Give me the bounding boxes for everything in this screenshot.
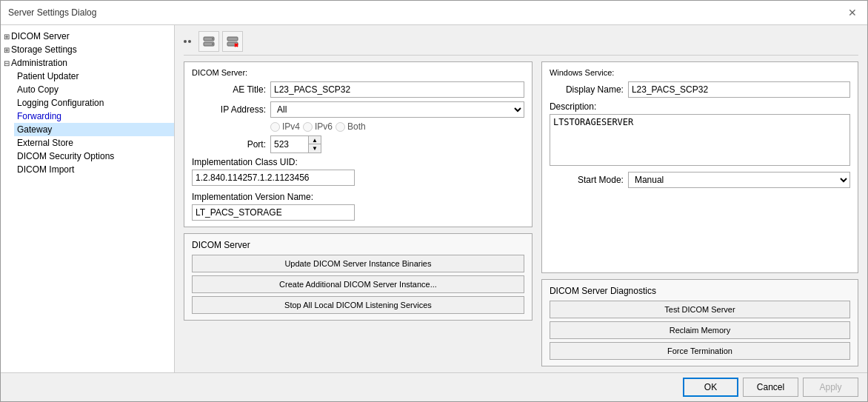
sidebar-item-label: External Store <box>17 138 73 148</box>
ip-address-label: IP Address: <box>192 104 266 115</box>
impl-class-uid-input[interactable] <box>192 170 355 186</box>
svg-point-2 <box>212 38 213 40</box>
delete-icon <box>225 34 240 49</box>
start-mode-row: Start Mode: Manual Automatic Disabled <box>550 172 850 188</box>
title-bar: Server Settings Dialog ✕ <box>1 1 867 25</box>
sidebar-item-logging-configuration[interactable]: Logging Configuration <box>14 96 174 110</box>
toolbar-delete-icon-btn[interactable] <box>222 31 243 52</box>
ipv4-radio-label[interactable]: IPv4 <box>270 121 300 132</box>
dicom-server-actions-section: DICOM Server Update DICOM Server Instanc… <box>184 233 533 321</box>
footer: OK Cancel Apply <box>1 372 867 401</box>
port-label: Port: <box>192 139 266 150</box>
ok-button[interactable]: OK <box>683 378 738 397</box>
right-panel: Windows Service: Display Name: Descripti… <box>541 61 858 366</box>
port-input[interactable] <box>271 136 308 153</box>
both-radio-label[interactable]: Both <box>335 121 366 132</box>
sidebar-item-patient-updater[interactable]: Patient Updater <box>14 70 174 83</box>
toolbar-server-icon-btn[interactable] <box>198 31 219 52</box>
sidebar-item-label: Auto Copy <box>17 84 59 95</box>
cancel-button[interactable]: Cancel <box>743 378 798 397</box>
sidebar-item-dicom-import[interactable]: DICOM Import <box>14 163 174 176</box>
description-label: Description: <box>550 101 850 112</box>
display-name-row: Display Name: <box>550 81 850 98</box>
sidebar-item-external-store[interactable]: External Store <box>14 136 174 150</box>
ae-title-row: AE Title: <box>192 81 524 98</box>
sidebar-item-label: DICOM Import <box>17 164 74 175</box>
expand-icon: ⊞ <box>4 46 10 54</box>
ae-title-input[interactable] <box>270 81 524 98</box>
sidebar-item-administration[interactable]: ⊟ Administration <box>1 56 174 70</box>
port-spinbox: ▲ ▼ <box>270 135 321 153</box>
dialog-body: ⊞ DICOM Server ⊞ Storage Settings ⊟ Admi… <box>1 25 867 372</box>
svg-point-3 <box>212 44 213 45</box>
close-button[interactable]: ✕ <box>845 5 860 20</box>
update-binaries-btn[interactable]: Update DICOM Server Instance Binaries <box>192 255 524 272</box>
sidebar-item-forwarding[interactable]: Forwarding <box>14 110 174 123</box>
create-instance-btn[interactable]: Create Additional DICOM Server Instance.… <box>192 275 524 293</box>
ipv6-radio-label[interactable]: IPv6 <box>303 121 333 132</box>
dicom-diagnostics-title: DICOM Server Diagnostics <box>550 286 850 296</box>
dot <box>188 40 191 43</box>
uid-section: Implementation Class UID: <box>192 157 524 186</box>
display-name-input[interactable] <box>628 81 850 98</box>
test-dicom-server-btn[interactable]: Test DICOM Server <box>550 301 850 318</box>
ver-section: Implementation Version Name: <box>192 192 524 221</box>
sidebar-item-label: Storage Settings <box>11 44 77 55</box>
ip-address-select[interactable]: All IPv4 only IPv6 only Both <box>270 101 524 118</box>
ae-title-label: AE Title: <box>192 84 266 95</box>
apply-button[interactable]: Apply <box>803 378 858 397</box>
sidebar-item-label: DICOM Security Options <box>17 151 114 161</box>
sidebar-item-label: Patient Updater <box>17 71 79 81</box>
toolbar <box>184 31 858 56</box>
sidebar-item-storage-settings[interactable]: ⊞ Storage Settings <box>1 43 174 56</box>
sidebar-item-label: Gateway <box>17 124 52 135</box>
dicom-server-config-title: DICOM Server: <box>192 68 524 77</box>
port-row: Port: ▲ ▼ <box>192 135 524 153</box>
start-mode-select[interactable]: Manual Automatic Disabled <box>628 172 850 188</box>
ipv6-radio[interactable] <box>303 122 313 132</box>
sidebar-item-label: Administration <box>11 58 67 68</box>
both-radio[interactable] <box>335 122 345 132</box>
sidebar-item-gateway[interactable]: Gateway <box>14 123 174 136</box>
dialog-title: Server Settings Dialog <box>8 7 96 18</box>
administration-children: Patient Updater Auto Copy Logging Config… <box>1 70 174 176</box>
dicom-server-actions-title: DICOM Server <box>192 240 524 250</box>
display-name-label: Display Name: <box>550 84 624 95</box>
sidebar-item-auto-copy[interactable]: Auto Copy <box>14 83 174 96</box>
ipv4-radio[interactable] <box>270 122 280 132</box>
main-content: DICOM Server: AE Title: IP Address: All … <box>175 25 867 372</box>
ip-radio-row: IPv4 IPv6 Both <box>192 121 524 132</box>
server-icon <box>201 34 216 49</box>
impl-version-label: Implementation Version Name: <box>192 192 524 202</box>
reclaim-memory-btn[interactable]: Reclaim Memory <box>550 321 850 339</box>
dicom-diagnostics-section: DICOM Server Diagnostics Test DICOM Serv… <box>541 279 858 366</box>
start-mode-label: Start Mode: <box>550 175 624 185</box>
sidebar-item-dicom-server[interactable]: ⊞ DICOM Server <box>1 30 174 43</box>
form-sections: DICOM Server: AE Title: IP Address: All … <box>184 61 858 366</box>
stop-services-btn[interactable]: Stop All Local DICOM Listening Services <box>192 296 524 314</box>
sidebar-item-label: DICOM Server <box>11 31 70 41</box>
dot <box>184 40 187 43</box>
sidebar-item-label: Forwarding <box>17 111 61 121</box>
windows-service-title: Windows Service: <box>550 68 850 77</box>
left-panel: DICOM Server: AE Title: IP Address: All … <box>184 61 533 366</box>
windows-service-section: Windows Service: Display Name: Descripti… <box>541 61 858 273</box>
ip-address-row: IP Address: All IPv4 only IPv6 only Both <box>192 101 524 118</box>
port-decrement-btn[interactable]: ▼ <box>309 144 321 153</box>
port-increment-btn[interactable]: ▲ <box>309 136 321 144</box>
sidebar: ⊞ DICOM Server ⊞ Storage Settings ⊟ Admi… <box>1 25 175 372</box>
sidebar-item-dicom-security-options[interactable]: DICOM Security Options <box>14 150 174 163</box>
server-settings-dialog: Server Settings Dialog ✕ ⊞ DICOM Server … <box>0 0 868 402</box>
description-textarea[interactable]: LTSTORAGESERVER <box>550 114 850 166</box>
sidebar-item-label: Logging Configuration <box>17 98 104 108</box>
spinbox-arrows: ▲ ▼ <box>308 136 321 153</box>
description-row: Description: LTSTORAGESERVER <box>550 101 850 168</box>
dicom-server-config-section: DICOM Server: AE Title: IP Address: All … <box>184 61 533 227</box>
impl-version-input[interactable] <box>192 204 355 221</box>
impl-class-uid-label: Implementation Class UID: <box>192 157 524 167</box>
expand-icon: ⊟ <box>4 59 10 67</box>
dots-handle <box>184 40 191 43</box>
force-termination-btn[interactable]: Force Termination <box>550 342 850 360</box>
expand-icon: ⊞ <box>4 33 10 41</box>
svg-rect-4 <box>227 37 238 41</box>
